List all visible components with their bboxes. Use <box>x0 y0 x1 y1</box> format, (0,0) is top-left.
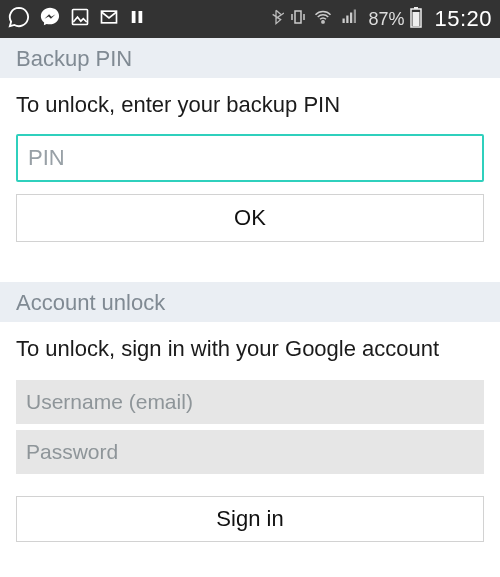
battery-icon <box>409 6 423 33</box>
image-icon <box>70 7 90 32</box>
svg-rect-4 <box>295 11 301 23</box>
pin-input[interactable] <box>16 134 484 182</box>
status-bar: 87% 15:20 <box>0 0 500 38</box>
svg-rect-7 <box>350 12 352 23</box>
pause-icon <box>128 8 146 31</box>
svg-rect-0 <box>73 9 88 24</box>
bluetooth-icon <box>268 7 284 32</box>
section-header-account-unlock: Account unlock <box>0 282 500 322</box>
svg-rect-3 <box>139 11 143 23</box>
spacer <box>0 480 500 490</box>
messenger-icon <box>39 6 61 33</box>
ok-button[interactable]: OK <box>16 194 484 242</box>
svg-rect-11 <box>413 12 420 26</box>
svg-rect-8 <box>354 9 356 23</box>
clock: 15:20 <box>434 6 492 32</box>
svg-rect-10 <box>414 7 418 9</box>
gmail-icon <box>99 7 119 32</box>
status-left-icons <box>8 6 146 33</box>
status-right-icons: 87% 15:20 <box>268 6 492 33</box>
signal-icon <box>339 8 361 31</box>
vibrate-icon <box>289 7 307 32</box>
username-input[interactable] <box>16 380 484 424</box>
sign-in-button[interactable]: Sign in <box>16 496 484 542</box>
section-header-backup-pin: Backup PIN <box>0 38 500 78</box>
section-gap <box>0 256 500 282</box>
whatsapp-icon <box>8 6 30 33</box>
svg-rect-6 <box>347 15 349 23</box>
password-input[interactable] <box>16 430 484 474</box>
battery-percentage: 87% <box>368 9 404 30</box>
wifi-icon <box>312 8 334 31</box>
backup-pin-instruction: To unlock, enter your backup PIN <box>0 78 500 130</box>
svg-rect-5 <box>343 18 345 23</box>
svg-rect-2 <box>132 11 136 23</box>
account-unlock-instruction: To unlock, sign in with your Google acco… <box>0 322 500 374</box>
